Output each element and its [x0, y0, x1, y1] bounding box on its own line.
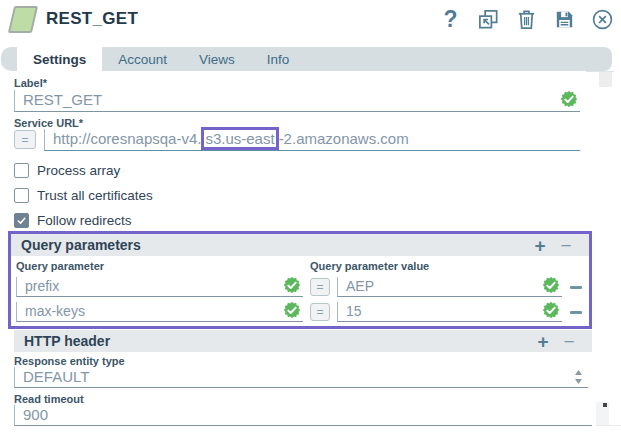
popout-icon[interactable]: [477, 8, 500, 31]
response-entity-type-select[interactable]: DEFAULT: [14, 367, 588, 388]
query-parameter-value-text: prefix: [25, 278, 59, 294]
query-parameters-header: Query parameters + −: [11, 234, 589, 256]
query-parameters-section: Query parameters + − Query parameter Que…: [8, 231, 592, 329]
service-url-input[interactable]: http://coresnapsqa-v4.s3.us-east-2.amazo…: [44, 129, 580, 151]
query-parameter-value-text: max-keys: [25, 303, 85, 319]
scrollbar-thumb[interactable]: [599, 72, 612, 87]
scrollbar-arrow-icon: [603, 403, 607, 407]
tab-settings[interactable]: Settings: [17, 47, 102, 71]
table-row: prefix = AEP: [11, 277, 589, 297]
url-highlight-annotation: s3.us-east: [201, 127, 278, 150]
remove-row-button[interactable]: −: [556, 332, 582, 351]
valid-badge-icon: [283, 276, 301, 294]
tab-bar: Settings Account Views Info: [1, 47, 612, 71]
read-timeout-label: Read timeout: [14, 393, 84, 405]
url-text-prefix: http://coresnapsqa-v4.: [53, 130, 201, 147]
section-title: HTTP header: [24, 333, 530, 349]
close-icon[interactable]: [591, 8, 614, 31]
trash-icon[interactable]: [515, 8, 538, 31]
dialog-title: REST_GET: [46, 9, 138, 29]
tab-views[interactable]: Views: [183, 47, 251, 71]
checkbox-icon: [14, 163, 29, 178]
snap-type-icon: [8, 6, 38, 33]
read-timeout-value: 900: [23, 406, 48, 423]
valid-badge-icon: [542, 301, 560, 319]
query-value-text: 15: [346, 303, 362, 319]
remove-row-button[interactable]: −: [553, 236, 579, 255]
query-parameter-value-input[interactable]: AEP: [337, 277, 562, 297]
read-timeout-input[interactable]: 900: [14, 405, 592, 426]
query-parameter-value-input[interactable]: 15: [337, 302, 562, 322]
response-entity-type-value: DEFAULT: [23, 368, 89, 385]
checkbox-label: Trust all certificates: [37, 188, 153, 203]
valid-badge-icon: [283, 301, 301, 319]
expression-toggle-button[interactable]: =: [310, 303, 330, 321]
query-value-text: AEP: [346, 278, 374, 294]
checkbox-label: Process array: [37, 163, 120, 178]
tab-account[interactable]: Account: [102, 47, 183, 71]
scroll-track-edge: [596, 425, 621, 426]
checkbox-label: Follow redirects: [37, 213, 132, 228]
label-field-label: Label*: [14, 77, 47, 89]
snap-settings-dialog: REST_GET ?: [0, 0, 621, 442]
column-header: Query parameter value: [310, 260, 429, 272]
save-icon[interactable]: [553, 8, 576, 31]
delete-row-button[interactable]: [570, 286, 582, 289]
checkbox-icon: [14, 188, 29, 203]
add-row-button[interactable]: +: [530, 332, 556, 351]
query-parameter-input[interactable]: max-keys: [16, 302, 303, 322]
query-parameter-input[interactable]: prefix: [16, 277, 303, 297]
checkbox-icon: [14, 213, 29, 228]
http-header-section: HTTP header + −: [14, 330, 592, 352]
response-entity-type-label: Response entity type: [14, 355, 125, 367]
expression-toggle-button[interactable]: =: [310, 278, 330, 296]
service-url-label: Service URL*: [14, 117, 83, 129]
delete-row-button[interactable]: [570, 311, 582, 314]
column-header: Query parameter: [16, 260, 310, 272]
label-input[interactable]: REST_GET: [14, 90, 580, 112]
query-parameters-columns: Query parameter Query parameter value: [11, 260, 589, 272]
label-value: REST_GET: [23, 91, 102, 108]
spinner-arrows-icon[interactable]: [574, 369, 583, 390]
section-title: Query parameters: [21, 237, 527, 253]
dialog-toolbar: ?: [439, 5, 614, 33]
expression-toggle-button[interactable]: =: [14, 130, 36, 149]
table-row: max-keys = 15: [11, 302, 589, 322]
add-row-button[interactable]: +: [527, 236, 553, 255]
url-text-suffix: -2.amazonaws.com: [279, 130, 409, 147]
tab-info[interactable]: Info: [251, 47, 306, 71]
checkbox-trust-certificates[interactable]: Trust all certificates: [14, 187, 153, 204]
checkbox-follow-redirects[interactable]: Follow redirects: [14, 212, 132, 229]
checkbox-process-array[interactable]: Process array: [14, 162, 120, 179]
help-icon[interactable]: ?: [439, 8, 462, 31]
valid-badge-icon: [542, 276, 560, 294]
valid-badge-icon: [560, 90, 578, 108]
